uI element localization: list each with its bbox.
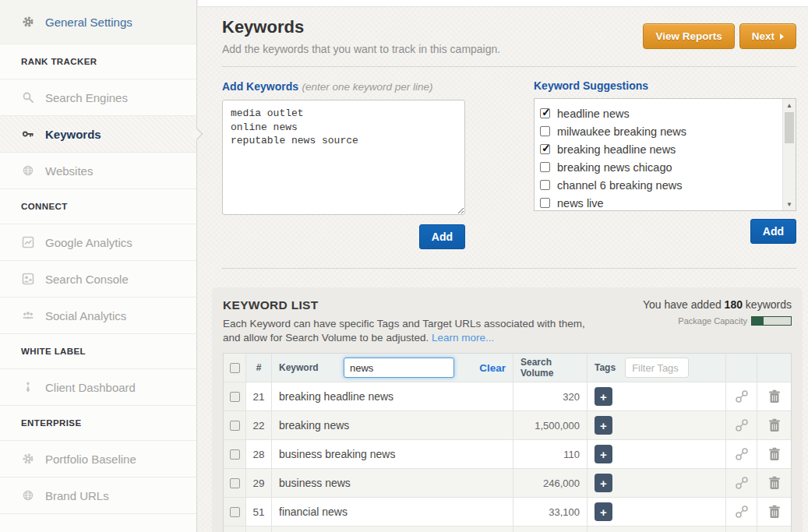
target-url-button[interactable] <box>726 498 757 527</box>
package-capacity: Package Capacity <box>643 316 792 326</box>
target-url-button[interactable] <box>726 411 757 440</box>
sidebar-item-google-analytics[interactable]: Google Analytics <box>0 224 196 261</box>
row-checkbox[interactable] <box>230 507 240 517</box>
checkbox-checked[interactable] <box>540 144 550 154</box>
checkbox[interactable] <box>540 198 550 208</box>
scrollbar-thumb[interactable] <box>785 112 794 143</box>
sidebar-item-general-settings[interactable]: General Settings <box>0 0 196 44</box>
trash-icon <box>768 447 781 461</box>
column-header-number: # <box>246 354 272 382</box>
delete-button[interactable] <box>757 527 791 532</box>
add-tag-button[interactable]: + <box>595 416 612 435</box>
capacity-bar <box>751 316 792 326</box>
checkbox[interactable] <box>540 162 550 172</box>
target-url-button[interactable] <box>726 382 757 411</box>
search-volume-cell: 33,100 <box>513 498 587 527</box>
sidebar-item-portfolio-baseline[interactable]: Portfolio Baseline <box>0 441 196 477</box>
row-checkbox[interactable] <box>230 421 240 431</box>
add-tag-button[interactable]: + <box>595 474 612 492</box>
keyword-filter-input[interactable] <box>344 358 454 378</box>
sidebar-item-client-dashboard[interactable]: Client Dashboard <box>0 369 196 406</box>
suggestion-option[interactable]: headline news <box>540 104 782 122</box>
sidebar-item-label: Search Engines <box>45 91 128 104</box>
suggestion-option[interactable]: breaking headline news <box>540 140 782 158</box>
sidebar-section-enterprise: ENTERPRISE <box>0 406 196 441</box>
keyword-table: # Keyword Clear Search Volume Tags 21 b <box>223 353 792 532</box>
delete-button[interactable] <box>757 469 791 498</box>
table-row: 60 headline news 90,500 + <box>224 527 791 532</box>
suggestion-option[interactable]: breaking news chicago <box>540 158 782 176</box>
sidebar-item-label: Social Analytics <box>45 309 126 322</box>
trash-icon <box>768 418 781 432</box>
chart-icon <box>21 236 35 248</box>
view-reports-button[interactable]: View Reports <box>643 23 734 49</box>
sidebar-item-social-analytics[interactable]: Social Analytics <box>0 298 196 334</box>
column-header-tags: Tags <box>595 362 616 373</box>
keyword-cell: financial news <box>272 498 513 527</box>
delete-button[interactable] <box>757 440 791 469</box>
add-suggestions-button[interactable]: Add <box>750 219 796 244</box>
link-icon <box>735 418 749 432</box>
row-checkbox[interactable] <box>230 449 240 460</box>
checkbox[interactable] <box>540 180 550 190</box>
link-icon <box>735 476 749 490</box>
scroll-down-icon[interactable]: ▼ <box>783 198 796 210</box>
sidebar-section-white-label: WHITE LABEL <box>0 334 196 369</box>
target-url-button[interactable] <box>726 469 757 498</box>
key-icon <box>21 128 35 140</box>
keyword-list-panel: KEYWORD LIST Each Keyword can have speci… <box>212 287 803 532</box>
suggestion-option[interactable]: news live <box>540 194 782 211</box>
link-icon <box>735 447 749 461</box>
row-checkbox[interactable] <box>230 392 240 402</box>
add-tag-button[interactable]: + <box>595 445 612 463</box>
checkbox[interactable] <box>540 126 550 136</box>
trash-icon <box>768 476 781 490</box>
filter-tags-input[interactable] <box>625 358 689 378</box>
keyword-suggestions-box: headline news milwaukee breaking news br… <box>534 98 796 211</box>
keyword-cell: breaking headline news <box>272 382 513 411</box>
sidebar-item-search-engines[interactable]: Search Engines <box>0 79 196 116</box>
keyword-cell: business breaking news <box>272 440 513 469</box>
divider <box>222 66 796 67</box>
target-url-button[interactable] <box>726 527 757 532</box>
scrollbar[interactable]: ▲ ▼ <box>782 99 796 210</box>
sidebar: General Settings RANK TRACKER Search Eng… <box>0 0 197 532</box>
keyword-cell: headline news <box>272 527 513 532</box>
select-all-checkbox[interactable] <box>230 363 240 373</box>
add-tag-button[interactable]: + <box>595 502 612 521</box>
trash-icon <box>768 389 781 403</box>
search-volume-cell: 90,500 <box>513 527 587 532</box>
suggestion-option[interactable]: channel 6 breaking news <box>540 176 782 194</box>
clear-filter-link[interactable]: Clear <box>479 362 506 374</box>
table-row: 28 business breaking news 110 + <box>224 440 791 469</box>
keyword-cell: business news <box>272 469 513 498</box>
top-strip <box>198 0 808 7</box>
people-icon <box>21 309 35 322</box>
delete-button[interactable] <box>757 411 791 440</box>
gear-icon <box>21 16 35 28</box>
add-tag-button[interactable]: + <box>595 387 612 406</box>
sidebar-item-label: Brand URLs <box>45 489 109 502</box>
tie-icon <box>21 381 35 393</box>
globe-icon <box>21 489 35 502</box>
sidebar-item-brand-urls[interactable]: Brand URLs <box>0 477 196 514</box>
add-keywords-textarea[interactable]: media outlet online news reputable news … <box>222 100 465 215</box>
delete-button[interactable] <box>757 382 791 411</box>
add-keywords-button[interactable]: Add <box>419 224 465 249</box>
gear-icon <box>21 453 35 465</box>
target-url-button[interactable] <box>726 440 757 469</box>
search-volume-cell: 110 <box>513 440 587 469</box>
delete-button[interactable] <box>757 498 791 527</box>
checkbox-checked[interactable] <box>540 108 550 118</box>
sidebar-item-websites[interactable]: Websites <box>0 153 196 189</box>
next-button[interactable]: Next <box>739 23 796 49</box>
sidebar-item-label: Client Dashboard <box>45 381 136 394</box>
globe-icon <box>21 164 35 177</box>
sidebar-item-keywords[interactable]: Keywords <box>0 116 196 153</box>
learn-more-link[interactable]: Learn more... <box>432 332 494 344</box>
sidebar-item-search-console[interactable]: Search Console <box>0 261 196 298</box>
suggestion-option[interactable]: milwaukee breaking news <box>540 122 782 140</box>
table-header-row: # Keyword Clear Search Volume Tags <box>224 354 791 382</box>
row-checkbox[interactable] <box>230 478 240 488</box>
scroll-up-icon[interactable]: ▲ <box>783 99 796 111</box>
